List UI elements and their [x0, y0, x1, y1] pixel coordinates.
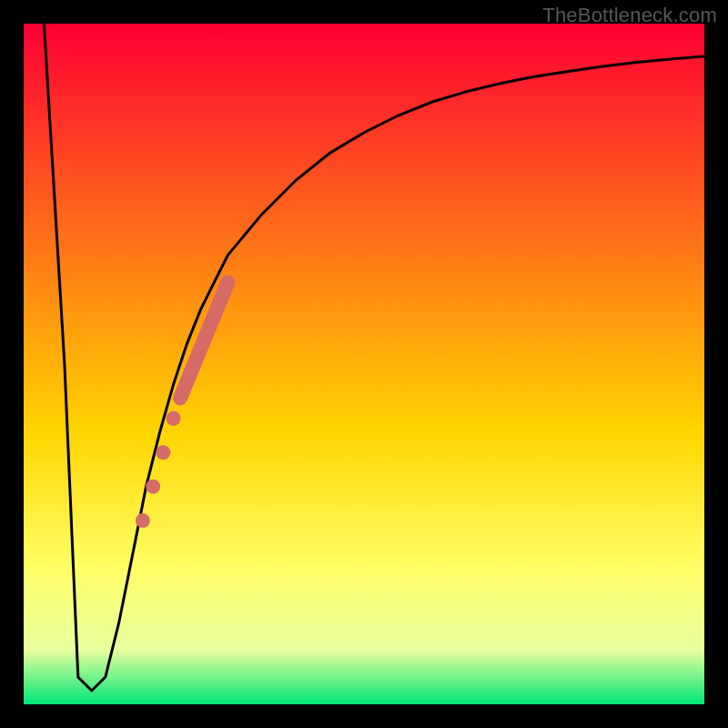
curve-marker-dot [156, 445, 170, 460]
bottleneck-chart: TheBottleneck.com [0, 0, 728, 728]
watermark-text: TheBottleneck.com [542, 4, 717, 27]
curve-marker-dot [167, 411, 181, 426]
plot-area [24, 24, 704, 704]
curve-marker-dot [136, 513, 150, 528]
curve-marker-dot [146, 480, 160, 494]
chart-svg [0, 0, 728, 728]
